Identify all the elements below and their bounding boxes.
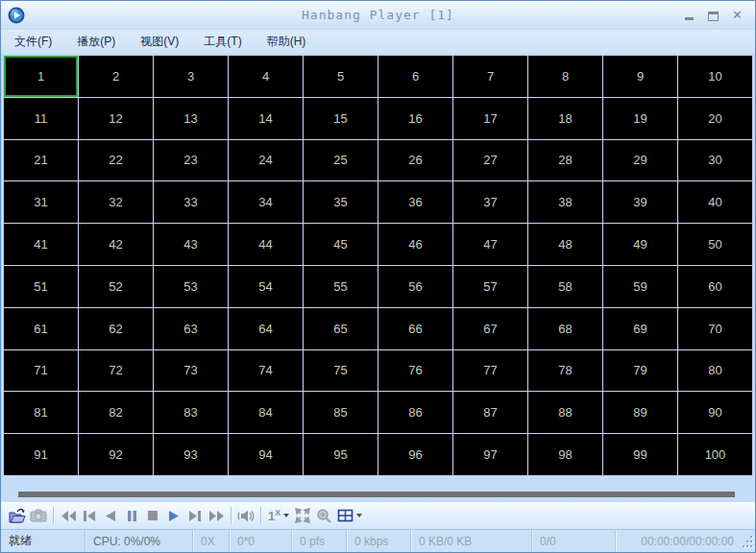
grid-cell-21[interactable]: 21 — [4, 140, 78, 181]
grid-cell-20[interactable]: 20 — [678, 98, 752, 139]
play-button[interactable] — [163, 504, 184, 527]
grid-cell-11[interactable]: 11 — [4, 98, 78, 139]
grid-cell-55[interactable]: 55 — [304, 266, 378, 307]
grid-cell-23[interactable]: 23 — [154, 140, 228, 181]
grid-cell-54[interactable]: 54 — [229, 266, 303, 307]
pause-button[interactable] — [121, 504, 142, 527]
grid-cell-82[interactable]: 82 — [79, 392, 153, 433]
grid-cell-60[interactable]: 60 — [678, 266, 752, 307]
fast-forward-button[interactable] — [206, 504, 227, 527]
grid-cell-64[interactable]: 64 — [229, 308, 303, 349]
next-button[interactable] — [184, 504, 206, 527]
grid-cell-52[interactable]: 52 — [79, 266, 153, 307]
grid-cell-86[interactable]: 86 — [378, 392, 452, 433]
grid-cell-63[interactable]: 63 — [154, 308, 228, 349]
grid-cell-94[interactable]: 94 — [229, 434, 303, 475]
rewind-button[interactable] — [58, 504, 79, 527]
grid-cell-70[interactable]: 70 — [678, 308, 752, 349]
grid-cell-3[interactable]: 3 — [154, 56, 228, 97]
grid-cell-44[interactable]: 44 — [229, 224, 303, 265]
grid-cell-77[interactable]: 77 — [453, 350, 527, 392]
grid-cell-29[interactable]: 29 — [603, 140, 677, 181]
grid-cell-31[interactable]: 31 — [4, 181, 78, 223]
grid-cell-18[interactable]: 18 — [528, 98, 602, 139]
grid-cell-45[interactable]: 45 — [304, 224, 378, 265]
playback-speed-button[interactable]: 1X — [265, 504, 292, 527]
grid-cell-75[interactable]: 75 — [304, 350, 378, 392]
grid-cell-61[interactable]: 61 — [4, 308, 78, 349]
grid-cell-73[interactable]: 73 — [154, 350, 228, 392]
grid-cell-59[interactable]: 59 — [603, 266, 677, 307]
grid-cell-17[interactable]: 17 — [453, 98, 527, 139]
grid-cell-90[interactable]: 90 — [678, 392, 752, 433]
grid-cell-24[interactable]: 24 — [229, 140, 303, 181]
grid-cell-14[interactable]: 14 — [229, 98, 303, 139]
volume-button[interactable] — [235, 504, 256, 527]
grid-cell-92[interactable]: 92 — [79, 434, 153, 475]
grid-cell-88[interactable]: 88 — [528, 392, 602, 433]
grid-cell-50[interactable]: 50 — [678, 224, 752, 265]
grid-cell-68[interactable]: 68 — [528, 308, 602, 349]
grid-cell-13[interactable]: 13 — [154, 98, 228, 139]
grid-cell-53[interactable]: 53 — [154, 266, 228, 307]
grid-cell-42[interactable]: 42 — [79, 224, 153, 265]
grid-cell-34[interactable]: 34 — [229, 181, 303, 223]
grid-cell-65[interactable]: 65 — [304, 308, 378, 349]
grid-cell-74[interactable]: 74 — [229, 350, 303, 392]
grid-cell-8[interactable]: 8 — [528, 56, 602, 97]
grid-cell-35[interactable]: 35 — [304, 181, 378, 223]
grid-cell-80[interactable]: 80 — [678, 350, 752, 392]
grid-cell-66[interactable]: 66 — [378, 308, 452, 349]
grid-cell-28[interactable]: 28 — [528, 140, 602, 181]
grid-cell-49[interactable]: 49 — [603, 224, 677, 265]
grid-cell-26[interactable]: 26 — [378, 140, 452, 181]
grid-layout-button[interactable] — [334, 504, 365, 527]
grid-cell-38[interactable]: 38 — [528, 181, 602, 223]
stop-button[interactable] — [142, 504, 163, 527]
grid-cell-84[interactable]: 84 — [229, 392, 303, 433]
grid-cell-25[interactable]: 25 — [304, 140, 378, 181]
snapshot-button[interactable] — [28, 504, 49, 527]
grid-cell-10[interactable]: 10 — [678, 56, 752, 97]
close-button[interactable]: ✕ — [731, 9, 744, 21]
grid-cell-76[interactable]: 76 — [378, 350, 452, 392]
grid-cell-39[interactable]: 39 — [603, 181, 677, 223]
grid-cell-40[interactable]: 40 — [678, 181, 752, 223]
grid-cell-5[interactable]: 5 — [304, 56, 378, 97]
seek-slider[interactable] — [18, 492, 735, 497]
grid-cell-16[interactable]: 16 — [378, 98, 452, 139]
grid-cell-97[interactable]: 97 — [453, 434, 527, 475]
grid-cell-87[interactable]: 87 — [453, 392, 527, 433]
grid-cell-46[interactable]: 46 — [378, 224, 452, 265]
menu-item-play[interactable]: 播放(P) — [67, 30, 125, 54]
grid-cell-32[interactable]: 32 — [79, 181, 153, 223]
step-back-button[interactable] — [100, 504, 121, 527]
grid-cell-7[interactable]: 7 — [453, 56, 527, 97]
resize-grip[interactable] — [742, 530, 755, 552]
grid-cell-67[interactable]: 67 — [453, 308, 527, 349]
grid-cell-33[interactable]: 33 — [154, 181, 228, 223]
grid-cell-12[interactable]: 12 — [79, 98, 153, 139]
minimize-button[interactable] — [683, 9, 695, 21]
grid-cell-89[interactable]: 89 — [603, 392, 677, 433]
maximize-button[interactable] — [707, 9, 719, 21]
grid-cell-27[interactable]: 27 — [453, 140, 527, 181]
previous-button[interactable] — [79, 504, 100, 527]
grid-cell-96[interactable]: 96 — [378, 434, 452, 475]
digital-zoom-button[interactable] — [313, 504, 334, 527]
grid-cell-81[interactable]: 81 — [4, 392, 78, 433]
grid-cell-71[interactable]: 71 — [4, 350, 78, 392]
grid-cell-19[interactable]: 19 — [603, 98, 677, 139]
grid-cell-69[interactable]: 69 — [603, 308, 677, 349]
grid-cell-9[interactable]: 9 — [603, 56, 677, 97]
grid-cell-79[interactable]: 79 — [603, 350, 677, 392]
grid-cell-78[interactable]: 78 — [528, 350, 602, 392]
menu-item-view[interactable]: 视图(V) — [131, 30, 188, 54]
menu-item-help[interactable]: 帮助(H) — [257, 30, 316, 54]
grid-cell-1[interactable]: 1 — [4, 56, 78, 97]
grid-cell-57[interactable]: 57 — [453, 266, 527, 307]
fullscreen-button[interactable] — [292, 504, 313, 527]
grid-cell-62[interactable]: 62 — [79, 308, 153, 349]
grid-cell-98[interactable]: 98 — [528, 434, 602, 475]
grid-cell-91[interactable]: 91 — [4, 434, 78, 475]
